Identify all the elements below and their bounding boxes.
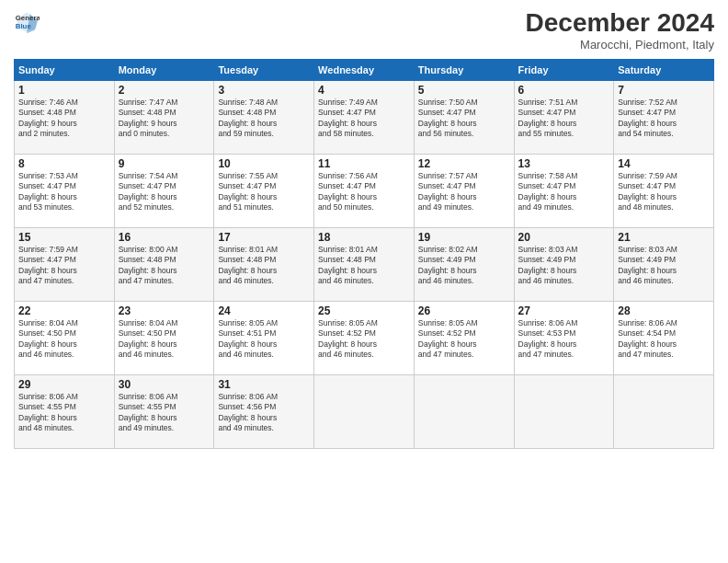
day-cell: 22Sunrise: 8:04 AMSunset: 4:50 PMDayligh… — [15, 301, 115, 374]
day-number: 7 — [618, 84, 710, 97]
day-cell — [314, 374, 415, 448]
day-info: Sunrise: 8:04 AMSunset: 4:50 PMDaylight:… — [119, 318, 210, 361]
day-info: Sunrise: 7:51 AMSunset: 4:47 PMDaylight:… — [518, 98, 610, 140]
day-number: 20 — [518, 231, 610, 244]
day-cell: 17Sunrise: 8:01 AMSunset: 4:48 PMDayligh… — [214, 227, 314, 301]
day-number: 3 — [218, 84, 310, 97]
day-cell: 27Sunrise: 8:06 AMSunset: 4:53 PMDayligh… — [514, 301, 614, 374]
day-cell: 18Sunrise: 8:01 AMSunset: 4:48 PMDayligh… — [314, 227, 415, 301]
day-number: 11 — [318, 157, 410, 170]
day-info: Sunrise: 8:01 AMSunset: 4:48 PMDaylight:… — [318, 245, 410, 287]
col-header-saturday: Saturday — [614, 59, 714, 80]
day-cell — [514, 374, 614, 448]
day-number: 18 — [318, 231, 410, 244]
title-area: December 2024 Marocchi, Piedmont, Italy — [526, 9, 714, 52]
week-row-2: 8Sunrise: 7:53 AMSunset: 4:47 PMDaylight… — [15, 154, 714, 227]
day-cell: 14Sunrise: 7:59 AMSunset: 4:47 PMDayligh… — [614, 154, 714, 227]
day-info: Sunrise: 8:06 AMSunset: 4:55 PMDaylight:… — [18, 392, 110, 434]
day-number: 8 — [18, 157, 110, 170]
day-number: 9 — [119, 157, 210, 170]
day-info: Sunrise: 8:03 AMSunset: 4:49 PMDaylight:… — [618, 245, 710, 287]
day-info: Sunrise: 7:54 AMSunset: 4:47 PMDaylight:… — [119, 171, 210, 213]
day-cell: 6Sunrise: 7:51 AMSunset: 4:47 PMDaylight… — [514, 80, 614, 154]
day-info: Sunrise: 7:56 AMSunset: 4:47 PMDaylight:… — [318, 171, 410, 213]
day-number: 28 — [618, 304, 710, 317]
day-info: Sunrise: 7:47 AMSunset: 4:48 PMDaylight:… — [119, 98, 210, 140]
day-info: Sunrise: 7:46 AMSunset: 4:48 PMDaylight:… — [18, 98, 110, 140]
day-cell: 9Sunrise: 7:54 AMSunset: 4:47 PMDaylight… — [114, 154, 214, 227]
week-row-3: 15Sunrise: 7:59 AMSunset: 4:47 PMDayligh… — [15, 227, 714, 301]
month-title: December 2024 — [526, 9, 714, 38]
day-cell: 12Sunrise: 7:57 AMSunset: 4:47 PMDayligh… — [414, 154, 514, 227]
day-cell: 4Sunrise: 7:49 AMSunset: 4:47 PMDaylight… — [314, 80, 415, 154]
day-cell — [614, 374, 714, 448]
day-number: 23 — [119, 304, 210, 317]
day-number: 19 — [418, 231, 510, 244]
week-row-4: 22Sunrise: 8:04 AMSunset: 4:50 PMDayligh… — [15, 301, 714, 374]
day-info: Sunrise: 8:06 AMSunset: 4:55 PMDaylight:… — [119, 392, 210, 434]
logo: General Blue — [14, 9, 40, 35]
week-row-1: 1Sunrise: 7:46 AMSunset: 4:48 PMDaylight… — [15, 80, 714, 154]
svg-text:Blue: Blue — [16, 22, 32, 30]
day-cell: 25Sunrise: 8:05 AMSunset: 4:52 PMDayligh… — [314, 301, 415, 374]
day-cell: 10Sunrise: 7:55 AMSunset: 4:47 PMDayligh… — [214, 154, 314, 227]
week-row-5: 29Sunrise: 8:06 AMSunset: 4:55 PMDayligh… — [15, 374, 714, 448]
day-info: Sunrise: 7:53 AMSunset: 4:47 PMDaylight:… — [18, 171, 110, 213]
day-info: Sunrise: 7:59 AMSunset: 4:47 PMDaylight:… — [618, 171, 710, 213]
day-cell: 30Sunrise: 8:06 AMSunset: 4:55 PMDayligh… — [114, 374, 214, 448]
day-number: 31 — [218, 378, 310, 391]
day-number: 1 — [18, 84, 110, 97]
day-cell — [414, 374, 514, 448]
day-cell: 23Sunrise: 8:04 AMSunset: 4:50 PMDayligh… — [114, 301, 214, 374]
day-info: Sunrise: 7:49 AMSunset: 4:47 PMDaylight:… — [318, 98, 410, 140]
logo-icon: General Blue — [14, 9, 40, 35]
day-info: Sunrise: 7:52 AMSunset: 4:47 PMDaylight:… — [618, 98, 710, 140]
day-cell: 3Sunrise: 7:48 AMSunset: 4:48 PMDaylight… — [214, 80, 314, 154]
col-header-sunday: Sunday — [15, 59, 115, 80]
day-cell: 24Sunrise: 8:05 AMSunset: 4:51 PMDayligh… — [214, 301, 314, 374]
day-cell: 2Sunrise: 7:47 AMSunset: 4:48 PMDaylight… — [114, 80, 214, 154]
svg-text:General: General — [16, 14, 40, 22]
day-cell: 13Sunrise: 7:58 AMSunset: 4:47 PMDayligh… — [514, 154, 614, 227]
day-number: 15 — [18, 231, 110, 244]
day-info: Sunrise: 8:06 AMSunset: 4:56 PMDaylight:… — [218, 392, 310, 434]
day-number: 12 — [418, 157, 510, 170]
day-info: Sunrise: 8:02 AMSunset: 4:49 PMDaylight:… — [418, 245, 510, 287]
day-cell: 28Sunrise: 8:06 AMSunset: 4:54 PMDayligh… — [614, 301, 714, 374]
day-cell: 7Sunrise: 7:52 AMSunset: 4:47 PMDaylight… — [614, 80, 714, 154]
calendar-table: SundayMondayTuesdayWednesdayThursdayFrid… — [14, 59, 714, 449]
day-cell: 20Sunrise: 8:03 AMSunset: 4:49 PMDayligh… — [514, 227, 614, 301]
day-info: Sunrise: 8:05 AMSunset: 4:51 PMDaylight:… — [218, 318, 310, 361]
day-number: 29 — [18, 378, 110, 391]
day-info: Sunrise: 8:05 AMSunset: 4:52 PMDaylight:… — [418, 318, 510, 361]
day-info: Sunrise: 7:59 AMSunset: 4:47 PMDaylight:… — [18, 245, 110, 287]
header: General Blue December 2024 Marocchi, Pie… — [14, 9, 714, 52]
day-info: Sunrise: 7:58 AMSunset: 4:47 PMDaylight:… — [518, 171, 610, 213]
day-cell: 16Sunrise: 8:00 AMSunset: 4:48 PMDayligh… — [114, 227, 214, 301]
day-number: 16 — [119, 231, 210, 244]
col-header-friday: Friday — [514, 59, 614, 80]
day-info: Sunrise: 7:50 AMSunset: 4:47 PMDaylight:… — [418, 98, 510, 140]
day-cell: 15Sunrise: 7:59 AMSunset: 4:47 PMDayligh… — [15, 227, 115, 301]
col-header-tuesday: Tuesday — [214, 59, 314, 80]
day-info: Sunrise: 7:55 AMSunset: 4:47 PMDaylight:… — [218, 171, 310, 213]
day-cell: 5Sunrise: 7:50 AMSunset: 4:47 PMDaylight… — [414, 80, 514, 154]
day-info: Sunrise: 7:48 AMSunset: 4:48 PMDaylight:… — [218, 98, 310, 140]
day-number: 4 — [318, 84, 410, 97]
day-number: 13 — [518, 157, 610, 170]
day-info: Sunrise: 8:06 AMSunset: 4:54 PMDaylight:… — [618, 318, 710, 361]
col-header-thursday: Thursday — [414, 59, 514, 80]
col-header-monday: Monday — [114, 59, 214, 80]
day-cell: 8Sunrise: 7:53 AMSunset: 4:47 PMDaylight… — [15, 154, 115, 227]
day-cell: 29Sunrise: 8:06 AMSunset: 4:55 PMDayligh… — [15, 374, 115, 448]
day-number: 25 — [318, 304, 410, 317]
col-header-wednesday: Wednesday — [314, 59, 415, 80]
day-number: 22 — [18, 304, 110, 317]
day-cell: 19Sunrise: 8:02 AMSunset: 4:49 PMDayligh… — [414, 227, 514, 301]
day-info: Sunrise: 8:06 AMSunset: 4:53 PMDaylight:… — [518, 318, 610, 361]
header-row: SundayMondayTuesdayWednesdayThursdayFrid… — [15, 59, 714, 80]
day-cell: 31Sunrise: 8:06 AMSunset: 4:56 PMDayligh… — [214, 374, 314, 448]
day-number: 17 — [218, 231, 310, 244]
day-info: Sunrise: 8:03 AMSunset: 4:49 PMDaylight:… — [518, 245, 610, 287]
day-number: 21 — [618, 231, 710, 244]
